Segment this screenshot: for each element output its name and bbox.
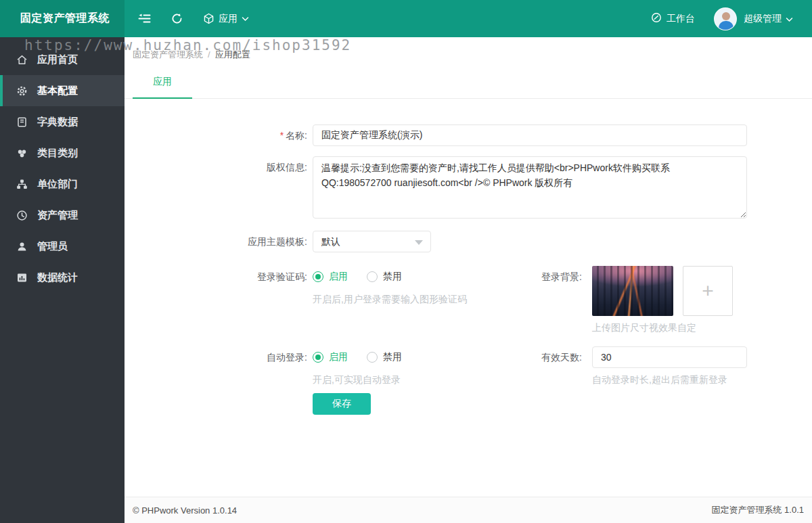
radio-selected-icon [313,271,323,282]
sidebar-item-statistics[interactable]: 数据统计 [0,262,125,293]
save-button[interactable]: 保存 [313,393,371,415]
theme-select-value: 默认 [321,236,340,247]
name-input[interactable] [313,124,747,146]
breadcrumb-separator: / [208,49,210,60]
sidebar-item-label: 基本配置 [37,85,78,97]
sidebar-item-label: 管理员 [37,240,68,253]
breadcrumb: 固定资产管理系统/应用配置 [125,37,812,61]
sidebar-item-label: 类目类别 [37,147,78,160]
valid-days-input[interactable] [592,346,747,368]
copyright-field-label: 版权信息: [125,156,313,178]
footer: © PHPwork Version 1.0.14 固定资产管理系统 1.0.1 [125,497,812,523]
theme-select[interactable]: 默认 [313,231,431,252]
login-bg-field-label: 登录背景: [536,266,592,288]
workbench-button[interactable]: 工作台 [651,12,695,25]
user-avatar[interactable] [714,7,737,30]
sidebar-item-assets[interactable]: 资产管理 [0,200,125,231]
required-mark: * [280,130,284,141]
caret-down-icon [415,240,423,245]
theme-field-label: 应用主题模板: [125,231,313,252]
sidebar-item-home[interactable]: 应用首页 [0,44,125,75]
sidebar-item-category[interactable]: 类目类别 [0,137,125,168]
login-bg-help-text: 上传图片尺寸视效果自定 [592,321,747,334]
radio-selected-icon [313,352,323,363]
book-icon [16,116,28,128]
refresh-button[interactable] [161,0,193,37]
top-header: 固定资产管理系统 应用 [0,0,812,37]
radio-unselected-icon [367,271,378,282]
captcha-disable-radio[interactable]: 禁用 [367,271,402,283]
footer-version-right: 固定资产管理系统 1.0.1 [711,504,804,516]
gauge-icon [651,12,662,25]
user-menu[interactable]: 超级管理 [744,13,793,25]
captcha-field-label: 登录验证码: [125,266,313,288]
refresh-icon [171,13,183,24]
header-right: 工作台 超级管理 [651,7,812,30]
org-tree-icon [16,179,28,190]
valid-days-field-label: 有效天数: [536,346,592,368]
login-background-image[interactable] [592,266,673,316]
bar-chart-icon [16,272,28,283]
breadcrumb-root[interactable]: 固定资产管理系统 [133,49,203,60]
auto-login-disable-label: 禁用 [383,351,402,363]
app-cube-icon [203,13,215,24]
app-dropdown[interactable]: 应用 [193,0,259,37]
main-content: 固定资产管理系统/应用配置 应用 *名称: 版权信息: 温馨提示:没查到您 [125,37,812,497]
captcha-enable-radio[interactable]: 启用 [313,271,348,283]
user-chevron-down-icon [786,14,793,24]
auto-login-field-label: 自动登录: [125,346,313,368]
name-field-label: *名称: [125,124,313,146]
home-icon [16,54,28,66]
sidebar-item-label: 资产管理 [37,209,78,222]
auto-login-radio-group: 启用 禁用 [313,346,536,368]
captcha-disable-label: 禁用 [383,271,402,283]
captcha-radio-group: 启用 禁用 [313,266,536,288]
app-logo-title: 固定资产管理系统 [0,0,125,37]
clock-icon [16,210,28,221]
sidebar-item-admin[interactable]: 管理员 [0,231,125,262]
sidebar-item-label: 单位部门 [37,178,78,191]
upload-button[interactable]: + [683,266,733,316]
workbench-label: 工作台 [667,13,695,25]
captcha-enable-label: 启用 [329,271,348,283]
gear-icon [16,85,28,97]
user-icon [16,241,28,252]
sidebar-item-label: 应用首页 [37,53,78,66]
menu-fold-icon [138,13,151,24]
user-name-label: 超级管理 [744,13,782,25]
radio-unselected-icon [367,352,378,363]
chevron-down-icon [242,16,249,22]
sidebar-item-department[interactable]: 单位部门 [0,168,125,200]
copyright-textarea[interactable]: 温馨提示:没查到您需要的资产时,请找工作人员提供帮助<br>PHPwork软件购… [313,156,747,219]
tab-bar: 应用 [125,75,812,99]
sidebar-item-dictionary[interactable]: 字典数据 [0,106,125,137]
app-config-form: *名称: 版权信息: 温馨提示:没查到您需要的资产时,请找工作人员提供帮助<br… [125,124,812,415]
category-cluster-icon [16,147,28,159]
sidebar: 应用首页 基本配置 字典数据 [0,37,125,523]
sidebar-item-label: 字典数据 [37,116,78,129]
valid-days-help-text: 自动登录时长,超出后需重新登录 [592,373,747,386]
breadcrumb-current: 应用配置 [215,49,250,60]
footer-version-left: © PHPwork Version 1.0.14 [133,505,237,516]
auto-login-help-text: 开启,可实现自动登录 [313,373,536,386]
auto-login-disable-radio[interactable]: 禁用 [367,351,402,363]
app-dropdown-label: 应用 [219,13,238,25]
captcha-help-text: 开启后,用户登录需要输入图形验证码 [313,292,536,306]
menu-fold-button[interactable] [128,0,161,37]
auto-login-enable-label: 启用 [329,351,348,363]
sidebar-item-basic-config[interactable]: 基本配置 [0,75,125,106]
tab-app[interactable]: 应用 [133,76,192,99]
plus-icon: + [702,281,714,301]
auto-login-enable-radio[interactable]: 启用 [313,351,348,363]
sidebar-item-label: 数据统计 [37,271,78,284]
